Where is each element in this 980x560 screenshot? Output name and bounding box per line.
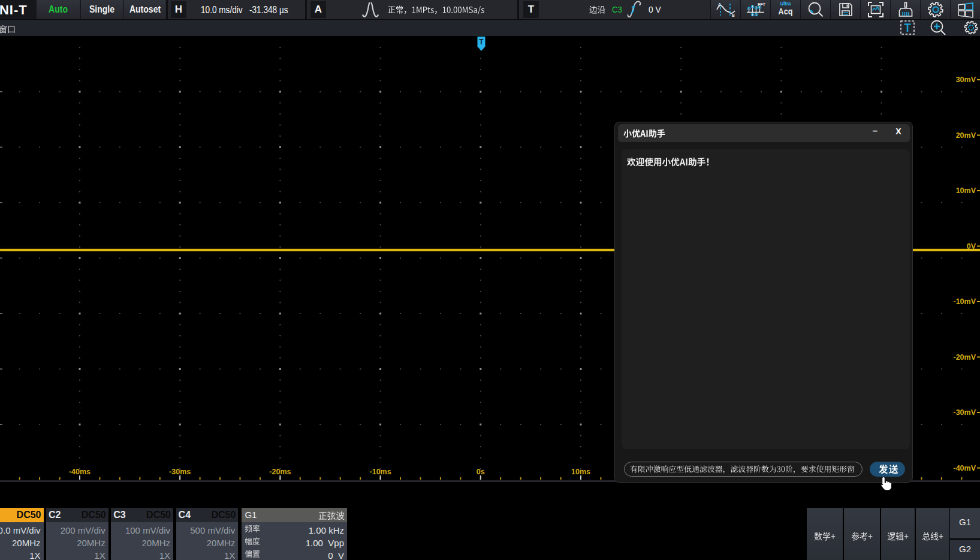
- svg-text:T: T: [479, 38, 484, 46]
